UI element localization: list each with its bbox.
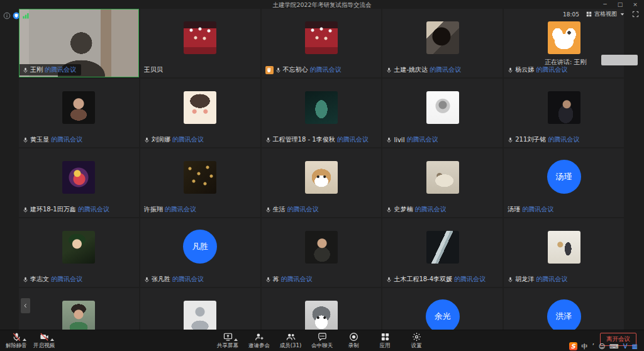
info-icon[interactable] bbox=[3, 10, 11, 18]
share-icon bbox=[223, 332, 233, 342]
avatar bbox=[62, 161, 95, 194]
participant-name: 生活 bbox=[273, 205, 286, 214]
participant-tile[interactable]: 史梦楠的腾讯会议 bbox=[382, 148, 502, 217]
mic-icon bbox=[386, 136, 392, 143]
mic-icon bbox=[386, 206, 392, 213]
avatar bbox=[62, 231, 95, 264]
ime-skin[interactable]: V bbox=[623, 342, 628, 350]
mic-icon bbox=[265, 206, 271, 213]
share-screen-button[interactable]: 共享屏幕 bbox=[215, 332, 240, 350]
participant-suffix: 的腾讯会议 bbox=[454, 275, 486, 284]
participant-tile[interactable]: 王刚的腾讯会议 bbox=[19, 9, 139, 77]
participant-tile[interactable]: 许振翔的腾讯会议 bbox=[140, 148, 260, 217]
participant-label: 王刚的腾讯会议 bbox=[19, 64, 81, 75]
avatar bbox=[184, 161, 216, 194]
chevron-up-icon[interactable] bbox=[23, 338, 26, 341]
avatar bbox=[305, 21, 338, 54]
avatar bbox=[62, 301, 95, 330]
meeting-window: 土建学院2022年考研复试指导交流会 ─ □ × 18:05 宫格视图 王刚的腾… bbox=[0, 0, 644, 351]
participant-tile[interactable]: 余光 bbox=[382, 288, 502, 330]
invite-button[interactable]: 邀请参会 bbox=[247, 332, 272, 350]
window-controls: ─ □ × bbox=[597, 0, 643, 9]
participant-tile[interactable]: 胡龙洋的腾讯会议 bbox=[504, 218, 624, 287]
participant-tile[interactable]: 生活的腾讯会议 bbox=[262, 148, 382, 217]
apps-icon bbox=[380, 332, 390, 342]
view-label: 宫格视图 bbox=[594, 10, 617, 18]
chat-icon bbox=[318, 332, 327, 342]
participant-label: 胡龙洋的腾讯会议 bbox=[508, 275, 567, 284]
ime-emoji[interactable]: ☺ bbox=[599, 342, 605, 350]
record-button[interactable]: 录制 bbox=[341, 332, 366, 350]
chevron-up-icon[interactable] bbox=[50, 338, 54, 341]
members-button[interactable]: 成员(31) bbox=[278, 332, 303, 350]
participant-tile[interactable]: 土木工程18-4李双媛的腾讯会议 bbox=[382, 218, 502, 287]
participant-grid: 王刚的腾讯会议王贝贝不忘初心的腾讯会议土建-姚庆达的腾讯会议杨云娣的腾讯会议黄玉… bbox=[19, 9, 624, 330]
title-bar: 土建学院2022年考研复试指导交流会 ─ □ × bbox=[0, 0, 644, 9]
participant-tile[interactable] bbox=[262, 288, 382, 330]
layout-view-button[interactable]: 宫格视图 bbox=[586, 10, 626, 18]
fullscreen-button[interactable] bbox=[632, 11, 639, 18]
participant-tile[interactable]: 刘润娜的腾讯会议 bbox=[140, 79, 260, 147]
participant-tile[interactable]: livil的腾讯会议 bbox=[382, 79, 502, 147]
participant-suffix: 的腾讯会议 bbox=[287, 205, 319, 214]
participant-name: 王贝贝 bbox=[144, 65, 163, 74]
ime-keyboard[interactable]: ⌨ bbox=[609, 342, 618, 350]
participant-tile[interactable]: 汤瑾汤瑾的腾讯会议 bbox=[504, 148, 624, 217]
participant-tile[interactable]: 杨云娣的腾讯会议 bbox=[504, 9, 624, 77]
participant-name: 张凡胜 bbox=[152, 275, 170, 284]
prev-page-button[interactable] bbox=[21, 298, 30, 313]
apps-button[interactable]: 应用 bbox=[372, 332, 397, 350]
ime-lang-mode[interactable]: 中 bbox=[582, 342, 588, 350]
maximize-button[interactable]: □ bbox=[613, 0, 628, 9]
participant-suffix: 的腾讯会议 bbox=[165, 205, 196, 214]
unmute-button[interactable]: 解除静音 bbox=[4, 332, 29, 350]
avatar bbox=[305, 91, 338, 124]
participant-tile[interactable] bbox=[19, 288, 139, 330]
ime-layout[interactable]: ▦ bbox=[632, 342, 638, 350]
sogou-logo[interactable]: S bbox=[569, 342, 577, 350]
close-button[interactable]: × bbox=[628, 0, 643, 9]
invite-icon bbox=[255, 332, 264, 342]
members-icon bbox=[286, 332, 296, 342]
chat-button[interactable]: 会中聊天 bbox=[309, 332, 335, 350]
participant-tile[interactable]: 土建-姚庆达的腾讯会议 bbox=[382, 9, 502, 77]
participant-tile[interactable]: 黄玉显的腾讯会议 bbox=[19, 79, 139, 147]
toolbar-label: 共享屏幕 bbox=[217, 342, 238, 350]
participant-tile[interactable]: 211刘子铭的腾讯会议 bbox=[504, 79, 624, 147]
participant-tile[interactable]: 李志文的腾讯会议 bbox=[19, 218, 139, 287]
participant-tile[interactable]: 凡胜张凡胜的腾讯会议 bbox=[140, 218, 260, 287]
participant-tile[interactable]: 工程管理18 - 1李俊秋的腾讯会议 bbox=[262, 79, 382, 147]
participant-tile[interactable]: 苒的腾讯会议 bbox=[262, 218, 382, 287]
participant-name: 土建-姚庆达 bbox=[394, 65, 428, 74]
participant-name: 史梦楠 bbox=[394, 205, 413, 214]
record-icon bbox=[349, 332, 358, 342]
participant-suffix: 的腾讯会议 bbox=[414, 205, 446, 214]
chevron-down-icon bbox=[619, 11, 626, 18]
participant-label: 史梦楠的腾讯会议 bbox=[386, 205, 446, 214]
mic-muted-icon bbox=[12, 332, 21, 342]
participant-name: 黄玉显 bbox=[30, 135, 49, 144]
mic-icon bbox=[265, 136, 271, 143]
ime-punctuation[interactable]: ’ bbox=[592, 342, 594, 350]
settings-button[interactable]: 设置 bbox=[404, 332, 429, 350]
avatar bbox=[62, 91, 95, 124]
participant-suffix: 的腾讯会议 bbox=[281, 275, 313, 284]
participant-tile[interactable]: 洪泽 bbox=[504, 288, 624, 330]
participant-tile[interactable] bbox=[140, 288, 260, 330]
ime-bar: S中’☺⌨V▦ bbox=[569, 342, 638, 350]
avatar bbox=[305, 231, 338, 264]
chevron-up-icon[interactable] bbox=[234, 338, 238, 341]
participant-tile[interactable]: 不忘初心的腾讯会议 bbox=[262, 9, 382, 77]
toolbar-label: 应用 bbox=[380, 342, 391, 350]
minimize-button[interactable]: ─ bbox=[597, 0, 613, 9]
participant-tile[interactable]: 王贝贝 bbox=[140, 9, 260, 77]
toolbar-label: 会中聊天 bbox=[311, 342, 333, 350]
participant-label: 工程管理18 - 1李俊秋的腾讯会议 bbox=[265, 135, 369, 144]
participant-suffix: 的腾讯会议 bbox=[406, 135, 438, 144]
participant-tile[interactable]: 建环18-1田万鑫的腾讯会议 bbox=[19, 148, 139, 217]
settings-icon bbox=[412, 332, 421, 342]
mic-icon bbox=[386, 276, 392, 283]
start-video-button[interactable]: 开启视频 bbox=[31, 332, 57, 350]
avatar bbox=[305, 161, 338, 194]
avatar bbox=[548, 91, 580, 124]
